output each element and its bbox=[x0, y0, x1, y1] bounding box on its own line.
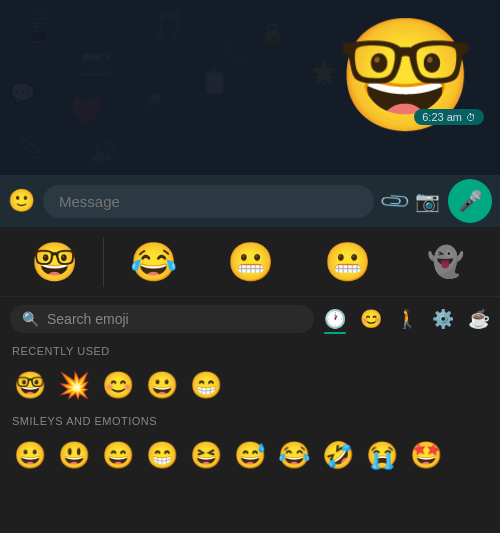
timestamp-text: 6:23 am bbox=[422, 111, 462, 123]
recently-used-grid: 🤓 💥 😊 😀 😁 bbox=[0, 359, 500, 411]
emoji-cell[interactable]: 😊 bbox=[96, 363, 140, 407]
mic-button[interactable]: 🎤 bbox=[448, 179, 492, 223]
svg-text:📞: 📞 bbox=[220, 39, 248, 66]
svg-text:❤️: ❤️ bbox=[70, 95, 103, 127]
recent-emoji-5[interactable]: 👻 bbox=[397, 244, 494, 279]
smileys-label: SMILEYS AND EMOTIONS bbox=[0, 411, 500, 429]
recent-emoji-1[interactable]: 🤓 bbox=[6, 240, 103, 284]
svg-text:🎤: 🎤 bbox=[140, 93, 163, 115]
tab-people[interactable]: 🚶 bbox=[396, 308, 418, 330]
recent-emoji-3[interactable]: 😬 bbox=[202, 240, 299, 284]
tab-objects[interactable]: ⚙️ bbox=[432, 308, 454, 330]
emoji-picker-toggle[interactable]: 🙂 bbox=[8, 188, 35, 214]
emoji-cell[interactable]: 🤩 bbox=[404, 433, 448, 477]
emoji-cell[interactable]: 😆 bbox=[184, 433, 228, 477]
emoji-cell[interactable]: 💥 bbox=[52, 363, 96, 407]
search-icon: 🔍 bbox=[22, 311, 39, 327]
svg-text:📷: 📷 bbox=[80, 46, 112, 77]
recently-used-label: RECENTLY USED bbox=[0, 341, 500, 359]
tab-food[interactable]: ☕ bbox=[468, 308, 490, 330]
emoji-cell[interactable]: 😄 bbox=[96, 433, 140, 477]
svg-text:📱: 📱 bbox=[20, 12, 58, 48]
recent-emoji-2[interactable]: 😂 bbox=[104, 240, 201, 284]
tab-smileys[interactable]: 😊 bbox=[360, 308, 382, 330]
svg-text:📋: 📋 bbox=[200, 67, 230, 96]
emoji-cell[interactable]: 😀 bbox=[140, 363, 184, 407]
svg-text:📎: 📎 bbox=[20, 138, 43, 160]
message-input[interactable] bbox=[43, 185, 374, 218]
recent-emojis-row: 🤓 😂 😬 😬 👻 bbox=[0, 227, 500, 297]
emoji-cell[interactable]: 😀 bbox=[8, 433, 52, 477]
message-input-bar: 🙂 📎 📷 🎤 bbox=[0, 175, 500, 227]
svg-text:🌟: 🌟 bbox=[310, 59, 338, 86]
emoji-cell[interactable]: 😭 bbox=[360, 433, 404, 477]
mic-icon: 🎤 bbox=[458, 189, 483, 213]
clock-icon: ⏱ bbox=[466, 112, 476, 123]
svg-text:💬: 💬 bbox=[10, 81, 35, 105]
emoji-cell[interactable]: 😁 bbox=[140, 433, 184, 477]
svg-text:🔊: 🔊 bbox=[90, 139, 118, 166]
search-input[interactable] bbox=[47, 311, 302, 327]
svg-text:🔒: 🔒 bbox=[260, 21, 285, 45]
search-box: 🔍 bbox=[10, 305, 314, 333]
recent-emoji-4[interactable]: 😬 bbox=[299, 240, 396, 284]
picker-tabs: 🕐 😊 🚶 ⚙️ ☕ bbox=[324, 308, 490, 330]
emoji-cell[interactable]: 🤣 bbox=[316, 433, 360, 477]
tab-recent[interactable]: 🕐 bbox=[324, 308, 346, 330]
emoji-cell[interactable]: 😃 bbox=[52, 433, 96, 477]
emoji-cell[interactable]: 😂 bbox=[272, 433, 316, 477]
emoji-cell[interactable]: 😅 bbox=[228, 433, 272, 477]
emoji-cell[interactable]: 🤓 bbox=[8, 363, 52, 407]
camera-icon[interactable]: 📷 bbox=[415, 189, 440, 213]
emoji-picker: 🤓 😂 😬 😬 👻 🔍 🕐 😊 🚶 ⚙️ ☕ RECENTLY USED 🤓 💥… bbox=[0, 227, 500, 533]
emoji-cell[interactable]: 😁 bbox=[184, 363, 228, 407]
message-timestamp: 6:23 am ⏱ bbox=[414, 109, 484, 125]
svg-text:🎵: 🎵 bbox=[150, 9, 185, 42]
search-area: 🔍 🕐 😊 🚶 ⚙️ ☕ bbox=[0, 297, 500, 341]
chat-background: 📱 📷 🎵 📞 💬 ❤️ 🎤 📋 🔒 🌟 📎 🔊 🤓 6:23 am ⏱ bbox=[0, 0, 500, 175]
smileys-grid: 😀 😃 😄 😁 😆 😅 😂 🤣 😭 🤩 bbox=[0, 429, 500, 481]
attach-icon[interactable]: 📎 bbox=[377, 184, 412, 219]
